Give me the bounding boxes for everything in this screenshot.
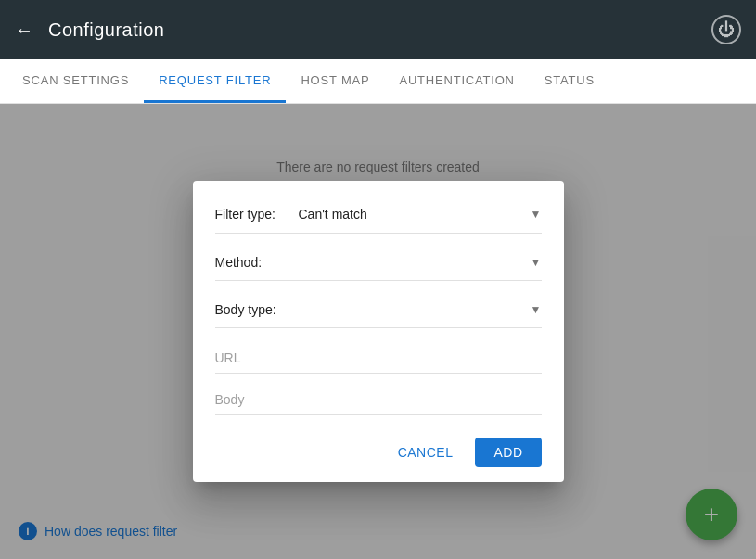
logo-icon[interactable]: ⏻ <box>711 15 741 44</box>
tab-status[interactable]: STATUS <box>530 59 609 103</box>
main-content: There are no request filters created i H… <box>0 104 756 559</box>
back-icon[interactable]: ← <box>15 19 33 41</box>
url-input-row <box>215 347 542 374</box>
page-title: Configuration <box>48 19 164 41</box>
header-left: ← Configuration <box>15 19 164 41</box>
tab-scan-settings[interactable]: SCAN SETTINGS <box>7 59 144 103</box>
tab-host-map[interactable]: HOST MAP <box>286 59 384 103</box>
method-label: Method: <box>215 255 299 270</box>
app-shell: ← Configuration ⏻ SCAN SETTINGS REQUEST … <box>0 0 756 559</box>
url-input[interactable] <box>215 347 542 369</box>
body-input[interactable] <box>215 388 542 411</box>
power-icon: ⏻ <box>718 20 735 40</box>
tab-authentication[interactable]: AUTHENTICATION <box>384 59 529 103</box>
filter-type-select[interactable]: Can't match ▼ <box>299 203 542 225</box>
filter-type-dropdown-icon: ▼ <box>531 208 542 221</box>
dialog-actions: CANCEL ADD <box>215 430 542 467</box>
tabs-bar: SCAN SETTINGS REQUEST FILTER HOST MAP AU… <box>0 59 756 104</box>
method-select[interactable]: ▼ <box>299 252 542 273</box>
modal-overlay: Filter type: Can't match ▼ Method: ▼ <box>0 104 756 559</box>
body-type-select[interactable]: ▼ <box>299 299 542 320</box>
body-type-row: Body type: ▼ <box>215 299 542 328</box>
add-button[interactable]: ADD <box>475 438 541 467</box>
filter-type-row: Filter type: Can't match ▼ <box>215 203 542 234</box>
filter-type-value: Can't match <box>299 207 367 222</box>
body-input-row <box>215 388 542 415</box>
header: ← Configuration ⏻ <box>0 0 756 59</box>
filter-type-label: Filter type: <box>215 207 299 222</box>
body-type-dropdown-icon: ▼ <box>531 303 542 316</box>
method-row: Method: ▼ <box>215 252 542 281</box>
tab-request-filter[interactable]: REQUEST FILTER <box>144 59 286 103</box>
cancel-button[interactable]: CANCEL <box>383 438 468 467</box>
method-dropdown-icon: ▼ <box>531 256 542 269</box>
body-type-label: Body type: <box>215 302 299 317</box>
dialog: Filter type: Can't match ▼ Method: ▼ <box>193 181 564 482</box>
